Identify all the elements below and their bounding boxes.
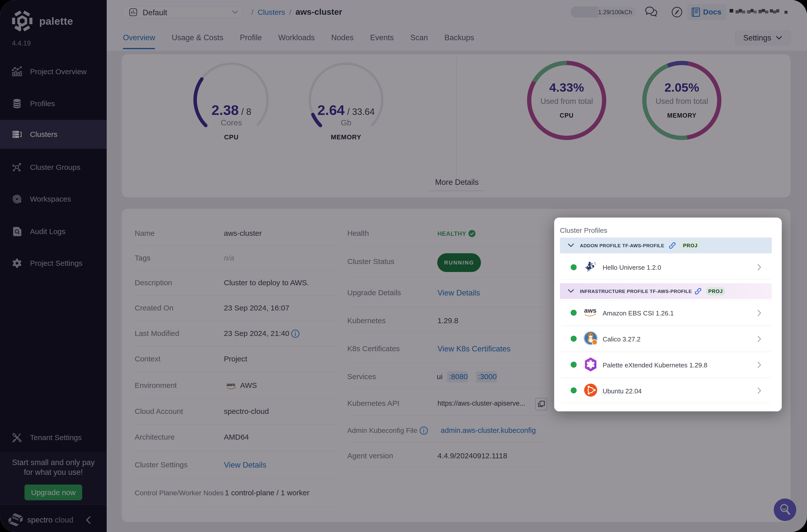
svg-text:aws: aws — [584, 307, 596, 314]
